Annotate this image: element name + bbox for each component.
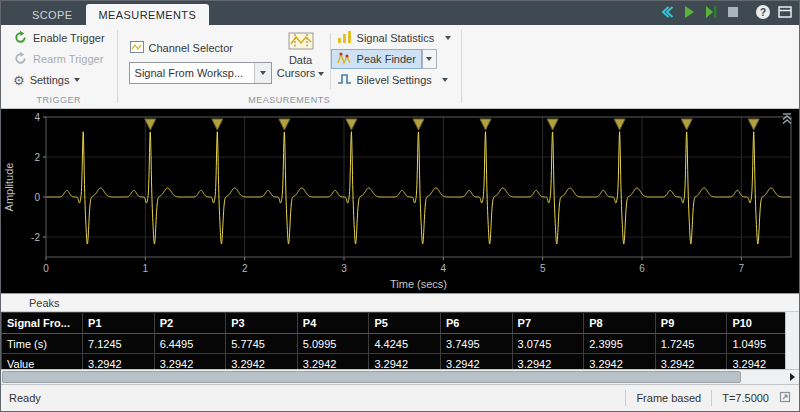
peaks-cell: 3.2942 xyxy=(154,354,226,370)
highlight-simulink-block-icon xyxy=(659,4,675,23)
scope-plot-area[interactable]: 01234567-2024Time (secs)Amplitude xyxy=(1,109,799,293)
layout-button[interactable] xyxy=(774,2,796,24)
chevron-down-icon xyxy=(260,71,266,75)
signal-statistics-icon xyxy=(337,30,352,46)
bilevel-settings-icon xyxy=(337,72,352,88)
peaks-cell: 5.0995 xyxy=(297,334,369,354)
peaks-column-header[interactable]: P1 xyxy=(83,313,155,334)
peaks-data-row: Value3.29423.29423.29423.29423.29423.294… xyxy=(2,354,799,370)
horizontal-scrollbar[interactable] xyxy=(1,369,799,384)
channel-selector-button[interactable]: Channel Selector xyxy=(124,38,272,58)
tab-measurements-label: MEASUREMENTS xyxy=(99,9,197,21)
highlight-simulink-block-button[interactable] xyxy=(656,2,678,24)
trigger-settings-label: Settings xyxy=(30,74,70,86)
peaks-cell: 3.7495 xyxy=(441,334,513,354)
peak-finder-label: Peak Finder xyxy=(357,53,416,65)
scope-plot: 01234567-2024Time (secs)Amplitude xyxy=(1,109,799,293)
bilevel-settings-label: Bilevel Settings xyxy=(357,74,432,86)
tab-measurements[interactable]: MEASUREMENTS xyxy=(86,4,210,25)
signal-statistics-button[interactable]: Signal Statistics xyxy=(331,28,441,48)
peaks-header-row: Signal Fro...P1P2P3P4P5P6P7P8P9P10 xyxy=(2,313,799,334)
peaks-column-header[interactable]: P8 xyxy=(584,313,656,334)
peaks-cell: 7.1245 xyxy=(83,334,155,354)
channel-source-select[interactable]: Signal From Worksp... xyxy=(129,62,272,84)
channel-source-value: Signal From Worksp... xyxy=(130,67,254,79)
rearm-trigger-button[interactable]: Rearm Trigger xyxy=(7,49,111,69)
peaks-column-header[interactable]: Signal Fro... xyxy=(2,313,83,334)
peaks-column-header[interactable]: P3 xyxy=(226,313,298,334)
scroll-right-button[interactable] xyxy=(785,370,799,384)
peaks-panel: Peaks Signal Fro...P1P2P3P4P5P6P7P8P9P10… xyxy=(1,293,799,384)
svg-text:0: 0 xyxy=(43,263,49,274)
svg-text:2: 2 xyxy=(34,152,40,163)
scroll-right-icon xyxy=(790,373,795,381)
peaks-table: Signal Fro...P1P2P3P4P5P6P7P8P9P10Time (… xyxy=(1,312,799,369)
peaks-column-header[interactable]: P7 xyxy=(512,313,584,334)
peaks-cell: 3.2942 xyxy=(297,354,369,370)
peaks-column-header[interactable]: P9 xyxy=(655,313,727,334)
svg-text:0: 0 xyxy=(34,192,40,203)
help-button[interactable]: ? xyxy=(752,2,774,24)
signal-statistics-label: Signal Statistics xyxy=(357,32,435,44)
step-forward-button[interactable] xyxy=(700,2,722,24)
tab-scope[interactable]: SCOPE xyxy=(19,4,86,25)
tab-group: SCOPE MEASUREMENTS xyxy=(1,1,209,25)
data-cursors-label-line2: Cursors xyxy=(277,67,316,80)
chevron-down-icon xyxy=(426,57,432,61)
svg-text:5: 5 xyxy=(540,263,546,274)
status-sim-time: T=7.5000 xyxy=(722,392,769,404)
svg-text:4: 4 xyxy=(34,112,40,123)
peaks-column-header[interactable]: P6 xyxy=(441,313,513,334)
svg-text:-2: -2 xyxy=(31,232,40,243)
bilevel-settings-button[interactable]: Bilevel Settings xyxy=(331,70,438,90)
vertical-scrollbar[interactable] xyxy=(785,312,799,369)
measurements-section: Channel Selector Signal From Worksp... D… xyxy=(118,25,462,108)
peak-finder-button[interactable]: Peak Finder xyxy=(331,49,422,69)
svg-text:4: 4 xyxy=(441,263,447,274)
stop-button[interactable] xyxy=(722,2,744,24)
trigger-section-label: TRIGGER xyxy=(1,94,117,108)
peaks-table-zone: Signal Fro...P1P2P3P4P5P6P7P8P9P10Time (… xyxy=(1,312,799,369)
peaks-column-header[interactable]: P2 xyxy=(154,313,226,334)
measurements-section-label: MEASUREMENTS xyxy=(118,94,462,108)
gear-icon: ⚙ xyxy=(13,74,25,87)
bilevel-settings-dropdown[interactable] xyxy=(438,70,453,90)
status-divider xyxy=(625,390,626,406)
scope-window: SCOPE MEASUREMENTS ? xyxy=(0,0,800,412)
data-cursors-button[interactable]: Data Cursors xyxy=(272,28,330,94)
chevron-down-icon xyxy=(445,36,451,40)
peaks-cell: 3.2942 xyxy=(584,354,656,370)
layout-icon xyxy=(777,4,793,23)
svg-text:Time (secs): Time (secs) xyxy=(390,278,447,290)
toolstrip-tab-bar: SCOPE MEASUREMENTS ? xyxy=(1,1,799,25)
trigger-settings-button[interactable]: ⚙ Settings xyxy=(7,70,111,90)
peaks-column-header[interactable]: P5 xyxy=(369,313,441,334)
step-forward-icon xyxy=(703,4,719,23)
peaks-cell: 5.7745 xyxy=(226,334,298,354)
dock-icon xyxy=(779,391,791,406)
trigger-section: Enable Trigger Rearm Trigger ⚙ Settings … xyxy=(1,25,117,108)
status-ready-text: Ready xyxy=(9,392,41,404)
svg-text:1: 1 xyxy=(143,263,149,274)
signal-statistics-dropdown[interactable] xyxy=(440,28,455,48)
peaks-cell: 6.4495 xyxy=(154,334,226,354)
data-cursors-label-line1: Data xyxy=(289,54,312,67)
dock-button[interactable] xyxy=(779,391,791,406)
measurement-tools-column: Signal Statistics Peak Finder xyxy=(331,28,456,94)
peaks-column-header[interactable]: P4 xyxy=(297,313,369,334)
rearm-trigger-label: Rearm Trigger xyxy=(33,53,103,65)
collapse-toolstrip-button[interactable] xyxy=(780,112,794,127)
peaks-cell: 3.2942 xyxy=(369,354,441,370)
svg-text:6: 6 xyxy=(639,263,645,274)
svg-text:2: 2 xyxy=(242,263,248,274)
peaks-cell: 1.7245 xyxy=(655,334,727,354)
combo-dropdown-button[interactable] xyxy=(254,63,271,83)
quick-access-toolbar: ? xyxy=(656,1,796,25)
status-frame-mode: Frame based xyxy=(636,392,701,404)
svg-text:?: ? xyxy=(760,6,766,17)
run-button[interactable] xyxy=(678,2,700,24)
peaks-row-label: Value xyxy=(2,354,83,370)
enable-trigger-button[interactable]: Enable Trigger xyxy=(7,28,111,48)
peak-finder-dropdown[interactable] xyxy=(422,49,437,69)
horizontal-scrollbar-thumb[interactable] xyxy=(2,371,741,383)
